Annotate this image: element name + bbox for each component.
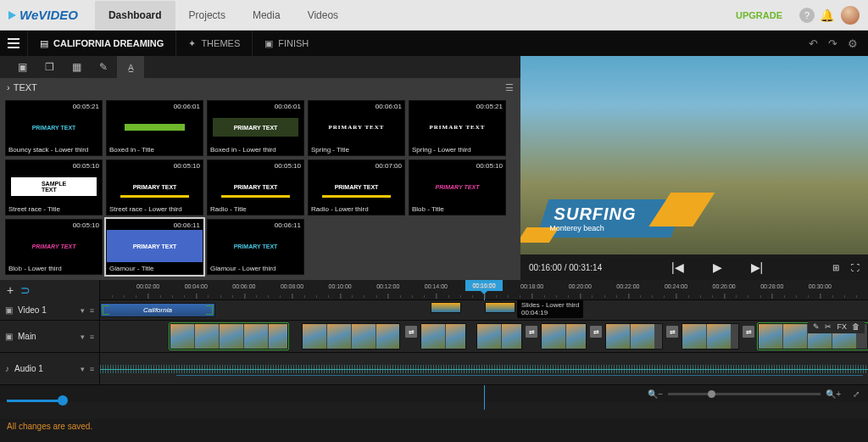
transition-5[interactable]: ⇄ — [743, 326, 754, 338]
thumb-label: Bouncy stack - Lower third — [6, 144, 102, 155]
text-preset-thumb[interactable]: 00:06:11PRIMARY TEXTGlamour - Lower thir… — [207, 219, 304, 275]
thumb-duration: 00:06:11 — [275, 221, 301, 229]
play-icon[interactable]: ▶ — [713, 260, 722, 274]
ruler-tick: 00:04:00 — [185, 283, 208, 289]
finish-icon: ▣ — [264, 38, 273, 49]
zoom-slider[interactable] — [668, 393, 821, 395]
avatar[interactable] — [841, 6, 860, 25]
main-track-icon: ▣ — [5, 332, 13, 341]
thumb-preview: PRIMARY TEXT — [11, 118, 97, 137]
text-preset-thumb[interactable]: 00:05:10SAMPLETEXTStreet race - Title — [5, 159, 103, 215]
text-preset-thumb[interactable]: 00:05:21PRIMARY TEXTSpring - Lower third — [409, 100, 506, 156]
zoom-fit-icon[interactable]: ⤢ — [853, 389, 860, 399]
nav-videos[interactable]: Videos — [294, 1, 352, 30]
main-clip-3[interactable] — [420, 323, 466, 350]
overlay-title: SURFING — [554, 204, 637, 224]
track-expand-icon[interactable]: ▾ — [81, 306, 85, 315]
transition-4[interactable]: ⇄ — [666, 326, 678, 338]
crop-clip-icon[interactable]: ✂ — [825, 322, 832, 331]
finish-tab[interactable]: ▣ FINISH — [252, 31, 320, 56]
safe-zone-icon[interactable]: ⊞ — [832, 263, 839, 272]
timeline-ruler[interactable]: 00:16:00 00:02:0000:04:0000:06:0000:08:0… — [100, 280, 868, 299]
thumb-label: Street race - Title — [6, 204, 102, 215]
edit-tab-icon[interactable]: ✎ — [90, 56, 117, 78]
ruler-tick: 00:10:00 — [329, 283, 352, 289]
text-preset-thumb[interactable]: 00:05:10PRIMARY TEXTBlob - Lower third — [5, 219, 103, 275]
zoom-in-icon[interactable]: 🔍+ — [826, 389, 841, 399]
thumb-duration: 00:06:11 — [174, 221, 200, 229]
clip-lowerthird-a[interactable] — [431, 302, 461, 313]
thumb-duration: 00:05:21 — [476, 103, 503, 110]
main-track[interactable]: ✎ ✂ FX 🗑 ⇄ ⇄ ⇄ ⇄ ⇄ — [100, 321, 868, 352]
edit-clip-icon[interactable]: ✎ — [813, 322, 820, 331]
main-clip-1[interactable] — [170, 323, 288, 350]
text-preset-thumb[interactable]: 00:05:10PRIMARY TEXTBlob - Title — [409, 159, 506, 215]
text-tab-icon[interactable]: A̲ — [117, 56, 144, 78]
thumb-label: Boxed in - Lower third — [208, 144, 303, 155]
text-preset-thumb[interactable]: 00:06:01PRIMARY TEXTBoxed in - Title — [106, 100, 203, 156]
text-preset-thumb[interactable]: 00:05:21PRIMARY TEXTBouncy stack - Lower… — [5, 100, 103, 156]
transition-3[interactable]: ⇄ — [590, 326, 602, 338]
text-preset-thumb[interactable]: 00:05:10PRIMARY TEXTRadio - Title — [207, 159, 304, 215]
ruler-tick: 00:24:00 — [665, 283, 687, 289]
layers-tab-icon[interactable]: ❐ — [36, 56, 63, 78]
nav-dashboard[interactable]: Dashboard — [95, 1, 175, 30]
clip-california-title[interactable]: California — [100, 303, 215, 317]
undo-icon[interactable]: ↶ — [809, 37, 818, 50]
help-icon[interactable]: ? — [799, 8, 815, 23]
audio1-track[interactable] — [100, 353, 868, 384]
add-track-control[interactable]: + ⊃ — [0, 280, 100, 300]
wand-icon: ✦ — [188, 38, 196, 49]
transition-2[interactable]: ⇄ — [526, 326, 537, 338]
list-view-icon[interactable]: ☰ — [505, 82, 514, 93]
thumb-duration: 00:05:10 — [174, 162, 200, 170]
main-clip-4[interactable] — [476, 323, 522, 350]
main-clip-7[interactable] — [682, 323, 739, 350]
track-expand-icon[interactable]: ▾ — [81, 333, 85, 341]
nav-projects[interactable]: Projects — [175, 1, 239, 30]
preview-viewport[interactable]: SURFING Monterey beach — [520, 56, 868, 255]
track-expand-icon[interactable]: ▾ — [81, 365, 85, 373]
ruler-tick: 00:22:00 — [616, 283, 639, 289]
settings-icon[interactable]: ⚙ — [848, 37, 858, 50]
menu-icon[interactable] — [0, 31, 27, 56]
track-menu-icon[interactable]: ≡ — [90, 306, 94, 315]
master-volume-slider[interactable] — [7, 400, 64, 402]
fullscreen-icon[interactable]: ⛶ — [851, 263, 860, 272]
overlay-subtitle: Monterey beach — [549, 224, 632, 232]
text-preset-thumb[interactable]: 00:06:01PRIMARY TEXTBoxed in - Lower thi… — [207, 100, 304, 156]
clip-lowerthird-b[interactable] — [485, 302, 515, 313]
magnet-icon[interactable]: ⊃ — [20, 283, 31, 297]
text-preset-thumb[interactable]: 00:07:00PRIMARY TEXTRadio - Lower third — [308, 159, 405, 215]
nav-media[interactable]: Media — [239, 1, 294, 30]
ruler-tick: 00:30:00 — [809, 283, 832, 289]
text-preset-thumb[interactable]: 00:06:01PRIMARY TEXTSpring - Title — [308, 100, 405, 156]
redo-icon[interactable]: ↷ — [828, 37, 837, 50]
thumb-preview: PRIMARY TEXT — [11, 237, 97, 255]
track-menu-icon[interactable]: ≡ — [90, 333, 94, 341]
text-preset-thumb[interactable]: 00:05:10PRIMARY TEXTStreet race - Lower … — [106, 159, 203, 215]
video1-track[interactable]: California Slides - Lower third00:04:19 — [100, 300, 868, 320]
prev-frame-icon[interactable]: |◀ — [671, 260, 684, 274]
ruler-tick: 00:08:00 — [281, 283, 303, 289]
delete-clip-icon[interactable]: 🗑 — [852, 322, 860, 331]
fx-button[interactable]: FX — [837, 322, 847, 331]
main-clip-5[interactable] — [541, 323, 587, 350]
main-clip-6[interactable] — [605, 323, 663, 350]
next-frame-icon[interactable]: ▶| — [751, 260, 764, 274]
themes-tab[interactable]: ✦ THEMES — [175, 31, 252, 56]
volume-envelope[interactable] — [176, 375, 863, 376]
project-title-tab[interactable]: ▤ CALIFORNIA DREAMING — [27, 31, 175, 56]
thumb-label: Blob - Title — [409, 204, 505, 215]
notifications-icon[interactable]: 🔔 — [820, 8, 834, 22]
main-clip-2[interactable] — [302, 323, 400, 350]
text-preset-thumb[interactable]: 00:06:11PRIMARY TEXTGlamour - Title — [106, 219, 203, 275]
chevron-right-icon[interactable]: › — [7, 82, 10, 92]
zoom-out-icon[interactable]: 🔍− — [648, 389, 663, 399]
thumb-duration: 00:05:10 — [73, 221, 99, 229]
track-menu-icon[interactable]: ≡ — [90, 365, 94, 373]
upgrade-link[interactable]: UPGRADE — [736, 10, 782, 20]
frames-tab-icon[interactable]: ▦ — [63, 56, 90, 78]
transition-1[interactable]: ⇄ — [405, 326, 417, 338]
library-tab-icon[interactable]: ▣ — [8, 56, 36, 78]
